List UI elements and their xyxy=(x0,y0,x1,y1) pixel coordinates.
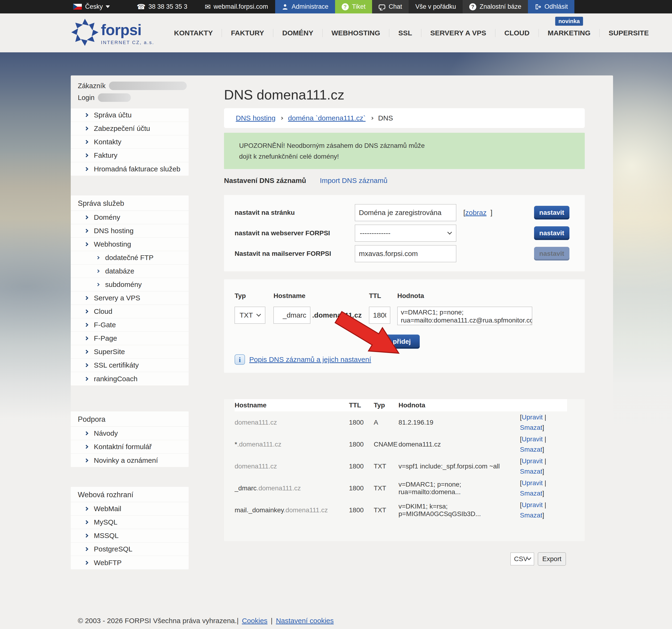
status-ok-button[interactable]: Vše v pořádku xyxy=(409,0,463,14)
sidebar-item-kontaktni-formular[interactable]: Kontaktní formulář xyxy=(71,440,189,454)
mailserver-input[interactable] xyxy=(355,245,456,262)
record-typ: TXT xyxy=(374,463,399,470)
sidebar-item-subdomeny[interactable]: subdomény xyxy=(71,278,189,291)
sidebar-item-cloud[interactable]: Cloud xyxy=(71,305,189,318)
pipe: | xyxy=(545,479,546,487)
knowledge-base-button[interactable]: Znalostní báze xyxy=(463,0,528,14)
sidebar-item-postgresql[interactable]: PostgreSQL xyxy=(71,542,189,556)
sidebar-item-label: Webhosting xyxy=(94,240,131,248)
hostname-domain: .domena111.cz xyxy=(284,506,328,514)
record-ttl: 1800 xyxy=(349,484,374,492)
chevron-right-icon xyxy=(85,167,89,171)
sidebar-item-mysql[interactable]: MySQL xyxy=(71,515,189,529)
sidebar-item-webmail[interactable]: WebMail xyxy=(71,502,189,515)
language-selector[interactable]: Česky xyxy=(85,3,110,10)
sidebar-item-domeny[interactable]: Domény xyxy=(71,211,189,224)
nav-item-marketing[interactable]: novinka MARKETING xyxy=(538,29,600,37)
nav-item-webhosting[interactable]: WEBHOSTING xyxy=(322,29,389,37)
sidebar-item-mssql[interactable]: MSSQL xyxy=(71,529,189,542)
sidebar-services-menu: Správa služeb Domény DNS hosting Webhost… xyxy=(71,195,189,385)
hodnota-textarea[interactable]: v=DMARC1; p=none; rua=mailto:domena111.c… xyxy=(397,307,532,325)
sidebar-item-webftp[interactable]: WebFTP xyxy=(71,556,189,570)
upravit-link[interactable]: Upravit xyxy=(522,435,543,443)
sidebar-item-label: F-Gate xyxy=(94,321,116,329)
sidebar-item-f-gate[interactable]: F-Gate xyxy=(71,318,189,332)
sidebar-item-zabezpeceni-uctu[interactable]: Zabezpečení účtu xyxy=(71,122,189,135)
sidebar-web-interfaces-menu: Webová rozhraní WebMail MySQL MSSQL Post… xyxy=(71,487,189,570)
webmail-link[interactable]: ✉ webmail.forpsi.com xyxy=(205,3,268,10)
tiket-button[interactable]: Tiket xyxy=(335,0,372,14)
sidebar-item-novinky-a-oznameni[interactable]: Novinky a oznámení xyxy=(71,454,189,467)
upravit-link[interactable]: Upravit xyxy=(522,479,543,487)
upravit-link[interactable]: Upravit xyxy=(522,501,543,509)
dns-help-link[interactable]: Popis DNS záznamů a jejich nastavení xyxy=(249,356,371,364)
cookies-link[interactable]: Cookies xyxy=(242,617,267,625)
sidebar-item-f-page[interactable]: F-Page xyxy=(71,332,189,345)
question-circle-icon xyxy=(342,3,349,10)
sidebar-item-label: Kontaktní formulář xyxy=(94,443,152,451)
sidebar-item-label: MySQL xyxy=(94,518,117,526)
logout-button[interactable]: Odhlásit xyxy=(528,0,574,14)
hostname-header: Hostname xyxy=(273,292,369,300)
sidebar-item-kontakty[interactable]: Kontakty xyxy=(71,135,189,149)
sidebar-item-servery-a-vps[interactable]: Servery a VPS xyxy=(71,291,189,305)
administrace-button[interactable]: Administrace xyxy=(275,0,335,14)
sidebar-item-databaze[interactable]: databáze xyxy=(71,265,189,278)
tab-import-dns[interactable]: Import DNS záznamů xyxy=(320,176,387,185)
nav-item-cloud[interactable]: CLOUD xyxy=(495,29,538,37)
tiket-label: Tiket xyxy=(352,3,366,10)
czech-flag-icon xyxy=(73,4,82,10)
chevron-right-icon xyxy=(85,310,89,314)
breadcrumb-dns-hosting[interactable]: DNS hosting xyxy=(236,114,275,122)
zobraz-link[interactable]: zobraz xyxy=(465,209,486,216)
col-typ: Typ xyxy=(374,402,399,409)
nastavit-webserver-button[interactable]: nastavit xyxy=(534,226,570,240)
smazat-link[interactable]: Smazat xyxy=(520,490,542,497)
main-navbar: forpsi INTERNET CZ, a.s. KONTAKTY FAKTUR… xyxy=(0,14,672,52)
upravit-link[interactable]: Upravit xyxy=(522,413,543,421)
typ-header: Typ xyxy=(235,292,273,300)
chevron-right-icon xyxy=(85,323,89,327)
chevron-right-icon xyxy=(85,229,89,233)
sidebar-item-dns-hosting[interactable]: DNS hosting xyxy=(71,224,189,238)
cookies-settings-link[interactable]: Nastavení cookies xyxy=(276,617,334,625)
forpsi-logo[interactable]: forpsi INTERNET CZ, a.s. xyxy=(71,16,154,49)
sidebar-item-dodatecne-ftp[interactable]: dodatečné FTP xyxy=(71,251,189,265)
nastavit-page-button[interactable]: nastavit xyxy=(534,206,570,219)
webserver-select[interactable]: ------------- xyxy=(355,225,456,242)
nav-item-kontakty[interactable]: KONTAKTY xyxy=(165,29,222,37)
webmail-label: webmail.forpsi.com xyxy=(214,3,268,10)
chevron-right-icon xyxy=(96,269,99,273)
knowledge-base-label: Znalostní báze xyxy=(480,3,521,10)
sidebar-item-hromadna-fakturace[interactable]: Hromadná fakturace služeb xyxy=(71,162,189,176)
phone-number: 38 38 35 35 3 xyxy=(148,3,187,10)
nastavit-mailserver-button-disabled[interactable]: nastavit xyxy=(534,247,570,261)
sidebar-item-navody[interactable]: Návody xyxy=(71,427,189,440)
set-page-input[interactable] xyxy=(355,204,456,221)
hostname-input[interactable] xyxy=(273,307,310,324)
record-type-select[interactable]: TXT xyxy=(235,307,265,324)
nav-item-domeny[interactable]: DOMÉNY xyxy=(273,29,322,37)
tab-nastaveni-dns[interactable]: Nastavení DNS záznamů xyxy=(224,176,306,185)
sidebar-item-sprava-uctu[interactable]: Správa účtu xyxy=(71,108,189,122)
breadcrumb-domain[interactable]: doména `domena111.cz` xyxy=(288,114,365,122)
upravit-link[interactable]: Upravit xyxy=(522,457,543,465)
nav-item-supersite[interactable]: SUPERSITE xyxy=(599,29,657,37)
smazat-link[interactable]: Smazat xyxy=(520,512,542,519)
chat-button[interactable]: Chat xyxy=(372,0,409,14)
bracket-close: ] xyxy=(490,209,492,216)
export-button[interactable]: Export xyxy=(538,552,566,565)
sidebar-item-webhosting[interactable]: Webhosting xyxy=(71,238,189,251)
nav-item-faktury[interactable]: FAKTURY xyxy=(222,29,273,37)
nav-item-ssl[interactable]: SSL xyxy=(389,29,421,37)
sidebar-item-rankingcoach[interactable]: rankingCoach xyxy=(71,372,189,385)
sidebar-item-ssl-certifikaty[interactable]: SSL certifikáty xyxy=(71,359,189,372)
nav-item-servery-a-vps[interactable]: SERVERY A VPS xyxy=(421,29,495,37)
smazat-link[interactable]: Smazat xyxy=(520,446,542,453)
smazat-link[interactable]: Smazat xyxy=(520,424,542,431)
record-hostname: mail._domainkey.domena111.cz xyxy=(235,506,349,514)
export-format-select[interactable]: CSV xyxy=(510,553,534,565)
sidebar-item-faktury[interactable]: Faktury xyxy=(71,149,189,162)
sidebar-item-supersite[interactable]: SuperSite xyxy=(71,345,189,359)
smazat-link[interactable]: Smazat xyxy=(520,468,542,475)
